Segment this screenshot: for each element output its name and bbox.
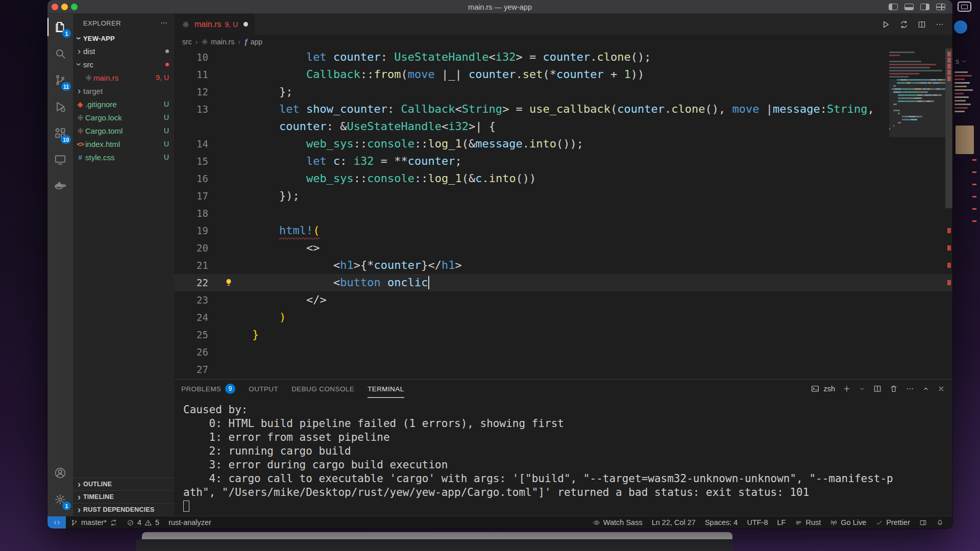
status-watch-sass[interactable]: Watch Sass xyxy=(588,516,647,529)
glyph-margin[interactable] xyxy=(208,291,252,309)
title-bar[interactable]: main.rs — yew-app xyxy=(47,0,952,14)
code-line-24[interactable]: 24 ) xyxy=(174,309,952,326)
glyph-margin[interactable] xyxy=(208,101,252,118)
terminal-instance[interactable]: zsh xyxy=(811,384,835,393)
code-line-12[interactable]: 12 }; xyxy=(174,83,952,101)
kill-terminal-button[interactable] xyxy=(889,384,898,393)
code-line-20[interactable]: 20 <> xyxy=(174,239,952,257)
line-number[interactable]: 13 xyxy=(174,101,208,118)
section-outline[interactable]: ›OUTLINE xyxy=(73,478,174,490)
line-number[interactable] xyxy=(174,118,208,135)
tree-item-main-rs[interactable]: main.rs9, U xyxy=(73,71,174,84)
toggle-panel-button[interactable] xyxy=(904,4,914,10)
panel-tab-terminal[interactable]: TERMINAL xyxy=(368,380,404,398)
glyph-margin[interactable] xyxy=(208,170,252,187)
code-line-27[interactable]: 27 xyxy=(174,361,952,378)
customize-layout-button[interactable] xyxy=(936,4,945,10)
status-rust-analyzer-status[interactable]: rust-analyzer xyxy=(164,516,216,529)
minimap-viewport[interactable] xyxy=(889,79,945,137)
code-line-17[interactable]: 17 }); xyxy=(174,187,952,205)
glyph-margin[interactable] xyxy=(208,239,252,257)
section-timeline[interactable]: ›TIMELINE xyxy=(73,490,174,503)
status-remote-indicator[interactable] xyxy=(47,516,66,529)
tree-item-dist[interactable]: ›dist xyxy=(73,44,174,58)
code-line-21[interactable]: 21 <h1>{*counter}</h1> xyxy=(174,257,952,274)
section-rust-dependencies[interactable]: ›RUST DEPENDENCIES xyxy=(73,503,174,516)
tree-item-index-html[interactable]: <>index.htmlU xyxy=(73,137,174,151)
code-line-19[interactable]: 19 html!( xyxy=(174,222,952,239)
status-language-mode[interactable]: Rust xyxy=(790,516,825,529)
code-editor[interactable]: 10 let counter: UseStateHandle<i32> = co… xyxy=(174,48,952,379)
terminal-output[interactable]: Caused by: 0: HTML build pipeline failed… xyxy=(174,398,952,516)
panel-tab-problems[interactable]: PROBLEMS9 xyxy=(181,380,235,398)
maximize-panel-button[interactable] xyxy=(922,385,930,393)
more-actions-icon[interactable] xyxy=(160,19,168,27)
tree-item--gitignore[interactable]: ◆.gitignoreU xyxy=(73,97,174,111)
glyph-margin[interactable] xyxy=(208,257,252,274)
line-number[interactable]: 15 xyxy=(174,153,208,170)
lightbulb-icon[interactable] xyxy=(224,278,234,288)
status-notifications[interactable] xyxy=(932,516,948,529)
line-number[interactable]: 19 xyxy=(174,222,208,239)
tree-item-cargo-lock[interactable]: Cargo.lockU xyxy=(73,111,174,124)
glyph-margin[interactable] xyxy=(208,326,252,343)
line-number[interactable]: 16 xyxy=(174,170,208,187)
more-editor-actions-button[interactable] xyxy=(935,20,944,29)
tree-item-target[interactable]: ›target xyxy=(73,84,174,97)
status-indentation[interactable]: Spaces: 4 xyxy=(700,516,743,529)
code-line-25[interactable]: 25} xyxy=(174,326,952,343)
code-line-wrap[interactable]: counter: &UseStateHandle<i32>| { xyxy=(174,118,952,135)
status-prettier[interactable]: Prettier xyxy=(871,516,915,529)
code-line-22[interactable]: 22 <button onclic xyxy=(174,274,952,291)
project-section-header[interactable]: › YEW-APP xyxy=(73,32,174,44)
glyph-margin[interactable] xyxy=(208,118,252,135)
breadcrumb-src[interactable]: src xyxy=(182,38,192,46)
glyph-margin[interactable] xyxy=(208,274,252,291)
line-number[interactable]: 14 xyxy=(174,135,208,153)
glyph-margin[interactable] xyxy=(208,205,252,222)
editor-scrollbar[interactable] xyxy=(945,48,952,208)
line-number[interactable]: 24 xyxy=(174,309,208,326)
run-or-debug-button[interactable] xyxy=(899,20,909,29)
status-editor-layout[interactable] xyxy=(915,516,932,529)
line-number[interactable]: 22 xyxy=(174,274,208,291)
tree-item-cargo-toml[interactable]: Cargo.tomlU xyxy=(73,124,174,137)
glyph-margin[interactable] xyxy=(208,343,252,361)
line-number[interactable]: 12 xyxy=(174,83,208,101)
glyph-margin[interactable] xyxy=(208,83,252,101)
glyph-margin[interactable] xyxy=(208,309,252,326)
line-number[interactable]: 18 xyxy=(174,205,208,222)
line-number[interactable]: 27 xyxy=(174,361,208,378)
toggle-primary-sidebar-button[interactable] xyxy=(889,4,898,10)
tree-item-src[interactable]: ›src xyxy=(73,58,174,71)
code-line-18[interactable]: 18 xyxy=(174,205,952,222)
line-number[interactable]: 11 xyxy=(174,66,208,83)
code-line-14[interactable]: 14 web_sys::console::log_1(&message.into… xyxy=(174,135,952,153)
status-eol[interactable]: LF xyxy=(773,516,791,529)
status-problems-status[interactable]: 45 xyxy=(122,516,164,529)
code-line-23[interactable]: 23 </> xyxy=(174,291,952,309)
activity-source-control[interactable]: 11 xyxy=(47,67,73,93)
line-number[interactable]: 23 xyxy=(174,291,208,309)
terminal-dropdown-button[interactable] xyxy=(859,385,866,392)
code-line-10[interactable]: 10 let counter: UseStateHandle<i32> = co… xyxy=(174,48,952,66)
code-line-15[interactable]: 15 let c: i32 = **counter; xyxy=(174,153,952,170)
code-line-11[interactable]: 11 Callback::from(move |_| counter.set(*… xyxy=(174,66,952,83)
activity-run-debug[interactable] xyxy=(47,93,73,120)
activity-settings[interactable]: 1 xyxy=(47,486,73,513)
glyph-margin[interactable] xyxy=(208,361,252,378)
activity-accounts[interactable] xyxy=(47,460,73,486)
glyph-margin[interactable] xyxy=(208,187,252,205)
code-line-26[interactable]: 26 xyxy=(174,343,952,361)
glyph-margin[interactable] xyxy=(208,222,252,239)
line-number[interactable]: 26 xyxy=(174,343,208,361)
breadcrumb-main-rs[interactable]: main.rs xyxy=(201,38,234,46)
glyph-margin[interactable] xyxy=(208,135,252,153)
breadcrumb-app[interactable]: ƒapp xyxy=(244,38,262,46)
activity-search[interactable] xyxy=(47,40,73,67)
unsaved-dot[interactable] xyxy=(243,22,248,27)
close-panel-button[interactable] xyxy=(937,385,945,393)
activity-explorer[interactable]: 1 xyxy=(47,14,73,40)
glyph-margin[interactable] xyxy=(208,48,252,66)
panel-more-actions-button[interactable] xyxy=(905,384,915,393)
